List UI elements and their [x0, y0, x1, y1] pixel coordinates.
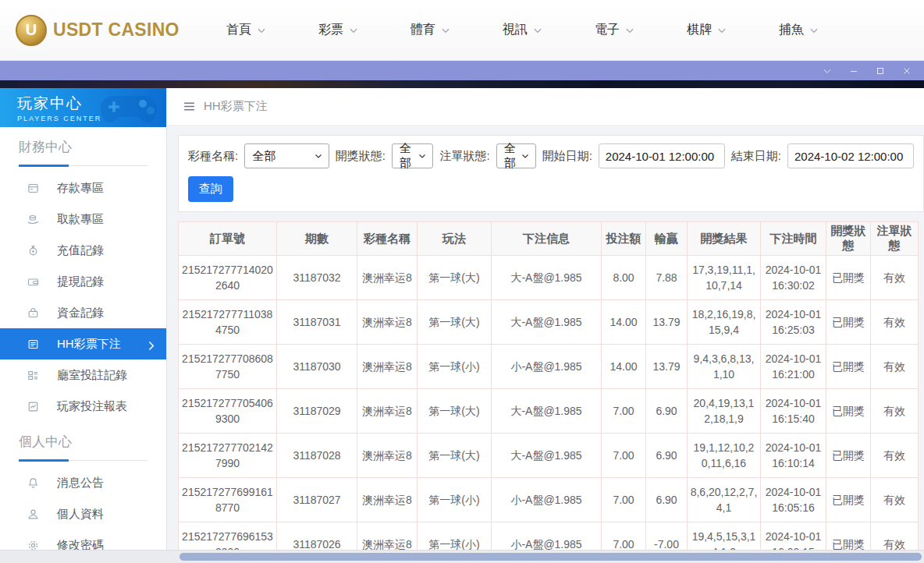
table-row: 215217277699161877031187027澳洲幸运8第一球(小)小-… — [179, 478, 919, 522]
filter-panel: 彩種名稱: 全部 開獎狀態: 全部 注單狀態: 全部 開始 — [178, 135, 924, 212]
decorative-gradient-strip — [0, 80, 924, 88]
end-date-input[interactable] — [787, 143, 914, 168]
page-title: HH彩票下注 — [204, 99, 268, 114]
sidebar-item[interactable]: 個人資料 — [0, 498, 166, 529]
sidebar-header: 玩家中心 PLAYERS CENTER — [0, 88, 166, 127]
nav-item-label: 捕魚 — [779, 22, 804, 38]
table-cell: 2152172777086087750 — [179, 345, 277, 389]
table-cell: 第一球(大) — [418, 434, 492, 478]
bet-status-select[interactable]: 全部 — [496, 143, 536, 168]
nav-item-4[interactable]: 視訊 — [503, 22, 543, 38]
gamepad-icon — [98, 91, 160, 127]
nav-item-6[interactable]: 棋牌 — [687, 22, 727, 38]
window-maximize-button[interactable] — [874, 65, 887, 77]
sidebar-item[interactable]: 充值記錄 — [0, 235, 166, 266]
bet-records-table: 訂單號期數彩種名稱玩法下注信息投注額輸贏開獎結果下注時間開獎狀態注單狀態 215… — [178, 221, 919, 550]
table-cell: 澳洲幸运8 — [357, 478, 418, 522]
table-cell: 小-A盤@1.985 — [492, 522, 602, 551]
table-cell: 澳洲幸运8 — [357, 522, 418, 551]
chevron-down-icon — [624, 25, 635, 36]
chevron-down-icon — [314, 151, 323, 161]
table-cell: 有效 — [871, 522, 919, 551]
sidebar-item[interactable]: 取款專區 — [0, 204, 166, 235]
window-minimize-button[interactable] — [848, 65, 860, 77]
draw-status-select[interactable]: 全部 — [392, 143, 434, 168]
table-cell: 7.00 — [602, 522, 646, 551]
table-cell: 大-A盤@1.985 — [492, 389, 602, 434]
lottery-bet-icon — [27, 338, 40, 351]
table-cell: 2024-10-01 16:10:14 — [761, 434, 826, 478]
table-cell: 已開獎 — [826, 434, 871, 478]
nav-item-5[interactable]: 電子 — [595, 22, 635, 38]
table-cell: 有效 — [871, 389, 919, 434]
window-close-button[interactable] — [901, 65, 913, 77]
table-cell: 31187032 — [277, 256, 357, 300]
logo-coin-icon: U — [16, 15, 47, 46]
table-row: 215217277714020264031187032澳洲幸运8第一球(大)大-… — [179, 256, 919, 300]
table-cell: 2152172776991618770 — [179, 478, 277, 522]
chevron-down-icon — [256, 25, 267, 36]
table-cell: 13.79 — [646, 345, 688, 389]
column-header: 下注信息 — [492, 222, 602, 256]
table-cell: 31187027 — [277, 478, 357, 522]
nav-item-3[interactable]: 體育 — [410, 22, 451, 38]
table-cell: 31187029 — [277, 389, 357, 434]
table-cell: 已開獎 — [826, 478, 871, 522]
sidebar-item[interactable]: 資金記錄 — [0, 297, 166, 328]
chevron-down-icon — [822, 66, 833, 76]
sidebar-item[interactable]: 消息公告 — [0, 467, 166, 498]
column-header: 輸贏 — [646, 222, 688, 256]
sidebar-item[interactable]: 存款專區 — [0, 172, 166, 204]
table-cell: 6.90 — [646, 389, 688, 434]
breadcrumb: HH彩票下注 — [167, 88, 924, 126]
close-icon — [901, 66, 912, 76]
hall-bet-record-icon — [27, 369, 40, 382]
table-row: 215217277705406930031187029澳洲幸运8第一球(大)大-… — [179, 389, 919, 434]
table-cell: 大-A盤@1.985 — [492, 434, 602, 478]
table-cell: 2152172777110384750 — [179, 300, 277, 345]
sidebar-section-title: 個人中心 — [19, 433, 147, 461]
table-cell: 澳洲幸运8 — [357, 256, 418, 300]
sidebar-item-label: 消息公告 — [57, 476, 104, 490]
sidebar-item[interactable]: HH彩票下注 — [0, 328, 166, 359]
search-button[interactable]: 查詢 — [188, 176, 233, 202]
nav-item-label: 首頁 — [226, 22, 251, 38]
draw-status-value: 全部 — [400, 141, 414, 171]
column-header: 開獎狀態 — [826, 222, 871, 256]
nav-item-2[interactable]: 彩票 — [318, 22, 359, 38]
sidebar-item[interactable]: 玩家投注報表 — [0, 391, 166, 422]
minimize-icon — [848, 66, 859, 76]
lottery-name-select[interactable]: 全部 — [244, 143, 329, 168]
chevron-down-icon — [532, 25, 543, 36]
nav-item-7[interactable]: 捕魚 — [779, 22, 819, 38]
table-cell: 第一球(大) — [418, 300, 492, 345]
sidebar-item-label: 個人資料 — [57, 507, 104, 522]
table-cell: 第一球(小) — [418, 522, 492, 551]
table-cell: 8.00 — [602, 256, 646, 300]
table-cell: 31187030 — [277, 345, 357, 389]
column-header: 投注額 — [602, 222, 646, 256]
sidebar-item[interactable]: 廳室投註記錄 — [0, 359, 166, 391]
table-cell: 2024-10-01 16:30:02 — [761, 256, 826, 300]
table-cell: 澳洲幸运8 — [357, 300, 418, 345]
table-cell: 7.00 — [602, 389, 646, 434]
logo[interactable]: U USDT CASINO — [16, 15, 195, 46]
menu-toggle-icon[interactable] — [183, 100, 196, 113]
nav-item-1[interactable]: 首頁 — [226, 22, 267, 38]
start-date-input[interactable] — [599, 143, 725, 168]
sidebar-item[interactable]: 提現記錄 — [0, 266, 166, 297]
window-collapse-button[interactable] — [821, 65, 833, 77]
deposit-icon — [27, 182, 40, 195]
funds-record-icon — [27, 306, 40, 320]
table-row: 215217277702142799031187028澳洲幸运8第一球(大)大-… — [179, 434, 919, 478]
column-header: 期數 — [277, 222, 357, 256]
table-cell: 17,3,19,11,1,10,7,14 — [688, 256, 761, 300]
table-cell: 第一球(大) — [418, 389, 492, 434]
table-cell: 7.00 — [602, 478, 646, 522]
table-cell: 第一球(大) — [418, 256, 492, 300]
sidebar-section-title: 財務中心 — [19, 138, 147, 166]
table-cell: 第一球(小) — [418, 345, 492, 389]
sidebar-item-label: HH彩票下注 — [57, 337, 121, 352]
table-cell: 2152172777140202640 — [179, 256, 277, 300]
end-date-label: 結束日期: — [731, 149, 781, 164]
